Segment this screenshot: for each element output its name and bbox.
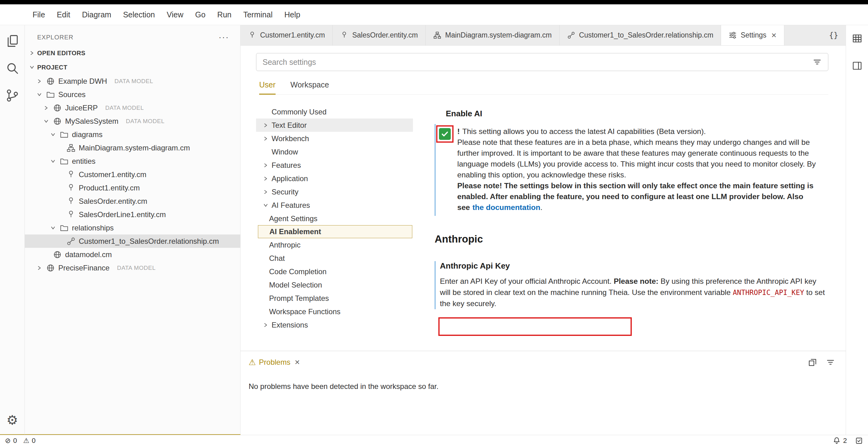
filter-icon[interactable] [826,358,835,367]
tree-item-label: Customer1_to_SalesOrder.relationship.cm [79,237,219,246]
menu-item-go[interactable]: Go [189,10,211,19]
tab-salesorder-entity[interactable]: SalesOrder.entity.cm [333,25,426,45]
tree-item-datamodel[interactable]: datamodel.cm [25,248,240,261]
toc-item-anthropic[interactable]: Anthropic [256,238,413,251]
toc-item-ai-enablement[interactable]: AI Enablement [258,225,412,238]
tree-item-salesorder-entity[interactable]: SalesOrder.entity.cm [25,195,240,208]
warnings-status[interactable]: ⚠ 0 [23,437,36,445]
warning-icon: ⚠ [249,358,256,367]
chevron-down-icon [50,158,56,165]
tree-item-product1-entity[interactable]: Product1.entity.cm [25,181,240,195]
toc-label: Window [272,148,298,156]
tab-bar-actions: {} [822,25,846,45]
toc-item-ai-features[interactable]: AI Features [256,199,413,212]
toc-item-code-completion[interactable]: Code Completion [256,265,413,278]
table-view-icon[interactable] [852,33,862,44]
diagram-icon [66,143,75,153]
toc-item-agent-settings[interactable]: Agent Settings [256,212,413,225]
menu-item-diagram[interactable]: Diagram [76,10,117,19]
tree-item-salesorderline1-entity[interactable]: SalesOrderLine1.entity.cm [25,208,240,221]
tab-maindiagram-system-diagram[interactable]: MainDiagram.system-diagram.cm [426,25,560,45]
collapse-all-icon[interactable] [808,358,817,367]
tree-item-customer1-entity[interactable]: Customer1.entity.cm [25,168,240,181]
enable-ai-checkbox[interactable] [439,128,451,140]
toc-item-workspace-functions[interactable]: Workspace Functions [256,305,413,318]
settings-search-input[interactable] [262,58,812,67]
toc-item-commonly-used[interactable]: Commonly Used [256,105,413,118]
explorer-activity-button[interactable] [5,33,20,49]
check-icon [440,130,449,138]
menu-item-help[interactable]: Help [278,10,306,19]
documentation-link[interactable]: the documentation [472,203,540,211]
status-bar-left: ⊘ 0 ⚠ 0 [5,437,36,445]
toc-item-application[interactable]: Application [256,172,413,185]
tree-item-precisefinance[interactable]: PreciseFinance DATA MODEL [25,261,240,274]
warning-icon: ⚠ [23,437,29,444]
anthropic-api-key-input[interactable] [440,319,630,335]
close-icon[interactable]: × [771,30,776,40]
layout-panel-icon[interactable] [852,60,862,71]
toc-item-window[interactable]: Window [256,145,413,158]
application-window: File Edit Diagram Selection View Go Run … [0,0,868,446]
chevron-right-icon [262,122,269,129]
tree-item-label: Example DWH [58,77,107,86]
menu-item-terminal[interactable]: Terminal [238,10,278,19]
tab-customer1-to-salesorder-relationship[interactable]: Customer1_to_SalesOrder.relationship.cm [560,25,721,45]
toc-item-model-selection[interactable]: Model Selection [256,278,413,292]
anthropic-api-key-setting: Anthropic Api Key Enter an API Key of yo… [435,261,826,309]
tree-item-label: diagrams [72,130,103,139]
tree-item-customer1-to-salesorder-relationship[interactable]: Customer1_to_SalesOrder.relationship.cm [25,235,240,248]
errors-status[interactable]: ⊘ 0 [5,437,17,445]
source-control-activity-button[interactable] [5,88,20,103]
toc-label: Chat [269,254,285,263]
tab-customer1-entity[interactable]: Customer1.entity.cm [241,25,333,45]
toc-label: Model Selection [269,281,322,289]
tree-item-mysalessystem[interactable]: MySalesSystem DATA MODEL [25,114,240,128]
search-activity-button[interactable] [5,60,20,76]
toc-label: Extensions [272,321,308,329]
tab-label: MainDiagram.system-diagram.cm [445,31,552,39]
open-editors-section[interactable]: OPEN EDITORS [25,46,240,60]
menu-item-run[interactable]: Run [211,10,238,19]
tab-settings[interactable]: Settings × [721,25,784,45]
toc-item-workbench[interactable]: Workbench [256,132,413,145]
data-model-badge: DATA MODEL [114,78,153,85]
feedback-status[interactable] [855,437,863,445]
tree-item-juiceerp[interactable]: JuiceERP DATA MODEL [25,101,240,114]
search-icon [6,61,19,75]
tree-item-diagrams[interactable]: diagrams [25,128,240,141]
tree-item-maindiagram[interactable]: MainDiagram.system-diagram.cm [25,141,240,154]
project-section[interactable]: PROJECT [25,60,240,75]
toc-label: Features [272,161,301,170]
menu-item-edit[interactable]: Edit [51,10,76,19]
tree-item-sources[interactable]: Sources [25,88,240,101]
activity-bar: ⚙ [0,25,25,435]
menu-item-file[interactable]: File [27,10,51,19]
toc-item-security[interactable]: Security [256,185,413,199]
chevron-right-icon [262,162,269,169]
tree-item-example-dwh[interactable]: Example DWH DATA MODEL [25,75,240,88]
menu-item-view[interactable]: View [161,10,189,19]
toc-label: Workspace Functions [269,307,340,316]
toc-item-prompt-templates[interactable]: Prompt Templates [256,292,413,305]
toc-item-text-editor[interactable]: Text Editor [256,118,413,132]
chevron-down-icon [50,131,56,138]
open-editors-label: OPEN EDITORS [37,50,86,57]
tree-item-relationships[interactable]: relationships [25,221,240,235]
tree-item-entities[interactable]: entities [25,154,240,168]
settings-gear-button[interactable]: ⚙ [5,413,20,428]
scope-tab-user[interactable]: User [259,80,276,95]
notifications-status[interactable]: 2 [833,437,847,445]
filter-icon[interactable] [812,57,822,67]
toc-item-features[interactable]: Features [256,158,413,172]
scope-tab-workspace[interactable]: Workspace [290,80,329,94]
open-json-settings-icon[interactable]: {} [829,31,838,40]
toc-item-chat[interactable]: Chat [256,251,413,265]
close-icon[interactable]: × [295,357,300,367]
problems-tab[interactable]: ⚠ Problems [249,358,290,367]
window-top-border [0,0,868,4]
more-actions-icon[interactable]: ··· [219,35,229,40]
menu-item-selection[interactable]: Selection [117,10,161,19]
toc-item-extensions[interactable]: Extensions [256,318,413,332]
checkbox-icon [855,437,863,445]
